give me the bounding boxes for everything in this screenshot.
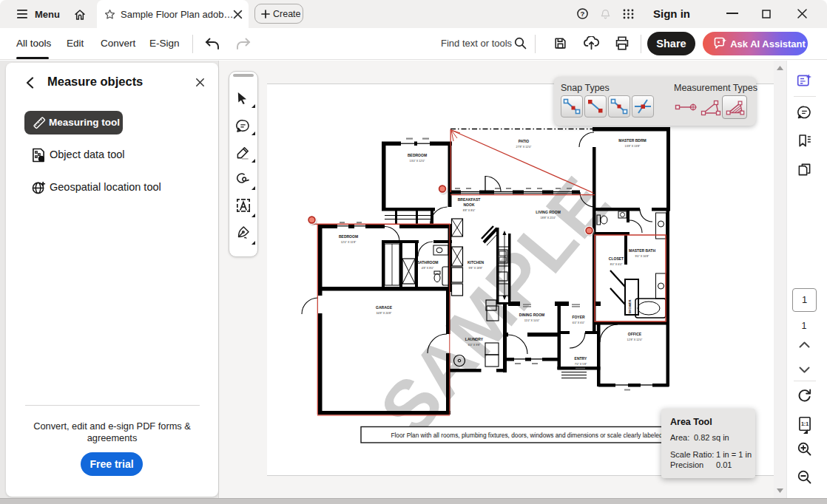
svg-text:LAUNDRY: LAUNDRY [465, 337, 484, 341]
svg-text:BATHROOM: BATHROOM [416, 260, 438, 265]
svg-text:8'0" X 6'0": 8'0" X 6'0" [610, 263, 623, 266]
svg-text:PATIO: PATIO [519, 139, 530, 143]
svg-text:6'0" X 6'0": 6'0" X 6'0" [573, 321, 585, 324]
svg-text:NOOK: NOOK [464, 202, 475, 207]
svg-text:9'0" X 16'8": 9'0" X 16'8" [635, 255, 649, 258]
svg-text:LIVING ROOM: LIVING ROOM [536, 210, 561, 214]
svg-text:13'0" X 12'0": 13'0" X 12'0" [410, 160, 426, 163]
svg-text:MASTER BDRM: MASTER BDRM [618, 138, 647, 143]
svg-text:BREAKFAST: BREAKFAST [458, 197, 481, 202]
svg-text:9'8" X 18'8": 9'8" X 18'8" [469, 267, 483, 270]
svg-text:ENTRY: ENTRY [575, 356, 587, 361]
svg-text:6'0" X 9'8": 6'0" X 9'8" [468, 344, 481, 347]
svg-text:1:1: 1:1 [801, 421, 809, 427]
svg-text:4'8" X 8'0": 4'8" X 8'0" [422, 267, 434, 270]
svg-text:SHOWER: SHOWER [628, 300, 632, 314]
svg-text:BEDROOM: BEDROOM [408, 153, 427, 157]
svg-text:27'8" X 12'0": 27'8" X 12'0" [516, 146, 533, 149]
svg-text:13'8" X 13'8": 13'8" X 13'8" [625, 145, 641, 148]
svg-text:12'8" X 12'0": 12'8" X 12'0" [627, 338, 644, 341]
svg-text:34'8" X 20'8": 34'8" X 20'8" [377, 312, 393, 315]
svg-text:CLOSET: CLOSET [609, 256, 624, 261]
svg-text:OFFICE: OFFICE [628, 332, 642, 336]
svg-text:11'0" X 10'0": 11'0" X 10'0" [524, 319, 540, 322]
svg-text:Floor Plan with all rooms, plu: Floor Plan with all rooms, plumbing fixt… [391, 432, 662, 439]
svg-text:GARAGE: GARAGE [376, 305, 393, 310]
svg-text:7'0" X 5'8": 7'0" X 5'8" [575, 363, 587, 366]
svg-text:12'0" X 11'8": 12'0" X 11'8" [341, 241, 357, 244]
svg-text:FOYER: FOYER [572, 315, 585, 319]
svg-text:KITCHEN: KITCHEN [467, 260, 485, 265]
svg-text:8'8" X 8'0": 8'8" X 8'0" [463, 209, 476, 212]
svg-text:18'8" X 21'0": 18'8" X 21'0" [541, 217, 557, 219]
svg-text:DINING ROOM: DINING ROOM [519, 313, 544, 317]
svg-text:?: ? [581, 10, 585, 18]
svg-text:BEDROOM: BEDROOM [339, 234, 358, 239]
svg-text:MASTER BATH: MASTER BATH [629, 248, 655, 253]
